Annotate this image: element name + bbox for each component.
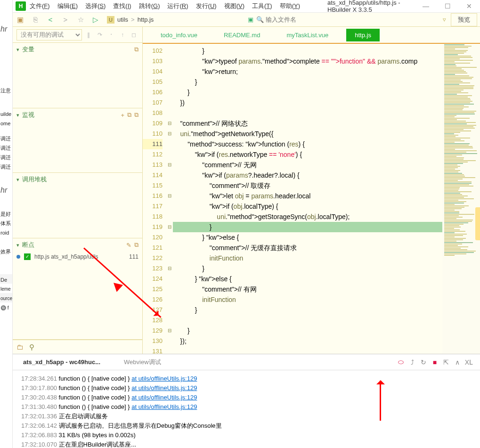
close-button[interactable]: ✕ [458,0,480,13]
console-collapse-icon[interactable]: ∧ [452,358,463,366]
breadcrumb-file[interactable]: http.js [135,16,157,23]
search-scope-icon[interactable]: ▣ [248,16,253,23]
tab-icon[interactable]: ⎘ [28,16,43,24]
copy-icon[interactable]: ⧉ [127,111,131,119]
breadcrumb-sep: > [131,16,135,23]
run-icon[interactable]: ▷ [88,16,103,24]
console-tab-webview[interactable]: Webview调试 [119,355,166,369]
chevron-down-icon: ▾ [16,112,19,118]
menu-run[interactable]: 运行(R) [163,2,192,10]
nav-back-icon[interactable]: < [43,16,58,24]
menu-edit[interactable]: 编辑(E) [54,2,81,10]
copy-icon[interactable]: ⧉ [134,241,138,249]
tab-readme[interactable]: README.md [215,29,268,41]
breadcrumb-root[interactable]: utils [114,16,131,23]
console-panel: ats_xd_h5app - wc49huc... Webview调试 ⬭ ⤴ … [13,354,480,448]
breakpoints-body: ✓ http.js ats_xd_h5app/utils 111 [13,252,142,294]
filter-icon[interactable]: ▿ [443,16,446,23]
variables-section: ▾ 变量 ⧉ [13,43,142,108]
chevron-down-icon: ▾ [16,242,19,248]
console-tabs: ats_xd_h5app - wc49huc... Webview调试 ⬭ ⤴ … [13,354,480,370]
minimize-button[interactable]: — [415,0,437,13]
chevron-down-icon: ▾ [16,47,19,53]
menu-publish[interactable]: 发行(U) [192,2,220,10]
breakpoints-section: ▾ 断点 ✎ ⧉ ✓ http.js ats_xd_h5app/utils 11… [13,238,142,340]
debug-config-bar: 没有可用的调试 ‖ ↷ ・ ↑ ◻ [13,27,142,43]
code-content[interactable]: } "kw">typeof params."method">complete =… [173,44,442,354]
breakpoint-checkbox[interactable]: ✓ [24,253,31,260]
copy-icon[interactable]: ⧉ [134,46,138,53]
title-bar: H 文件(F) 编辑(E) 选择(S) 查找(I) 跳转(G) 运行(R) 发行… [13,0,480,13]
app-logo: H [16,1,26,11]
monitor-section: ▾ 监视 + ⧉ ⧉ [13,108,142,173]
app-title: ats_xd_h5app/utils/http.js - HBuilder X … [327,0,415,13]
monitor-header[interactable]: ▾ 监视 + ⧉ ⧉ [13,108,142,122]
debug-stop-icon[interactable]: ◻ [129,32,138,38]
console-stop-icon[interactable]: ■ [429,358,440,366]
breakpoint-line: 111 [129,253,138,260]
debug-stepinto-icon[interactable]: ・ [106,31,116,39]
editor-tabs: todo_info.vue README.md myTaskList.vue h… [143,27,480,43]
add-icon[interactable]: + [121,112,124,119]
callstack-header[interactable]: ▾ 调用堆栈 [13,173,142,186]
tab-mytasklist[interactable]: myTaskList.vue [278,29,337,41]
menu-file[interactable]: 文件(F) [26,2,54,10]
debug-config-select[interactable]: 没有可用的调试 [16,29,82,41]
breadcrumb: U utils > http.js [107,16,156,24]
breakpoint-row[interactable]: ✓ http.js ats_xd_h5app/utils 111 [13,252,142,262]
debug-stepover-icon[interactable]: ↷ [95,32,105,38]
code-area[interactable]: 1021031041051061071081091101111121131141… [143,43,480,354]
console-pin-icon[interactable]: ⤴ [407,358,418,366]
right-edge-marker [475,207,480,240]
annotation-arrow-2 [380,381,381,421]
clear-icon[interactable]: ⧉ [134,111,138,119]
preview-button[interactable]: 预览 [451,13,477,26]
menu-select[interactable]: 选择(S) [81,2,109,10]
monitor-title: 监视 [22,111,118,119]
callstack-section: ▾ 调用堆栈 [13,173,142,238]
breakpoints-title: 断点 [22,241,123,249]
breakpoints-header[interactable]: ▾ 断点 ✎ ⧉ [13,238,142,252]
search-wrap: ▣ 🔍 [248,16,405,23]
left-cutoff: hr 注意 uilde ome 调迁 调迁 调迁 调迁 hr 是好 体系 roi… [0,0,13,448]
callstack-title: 调用堆栈 [22,175,138,184]
console-export-icon[interactable]: ⇱ [440,358,452,366]
back-panel-icon[interactable]: ▣ [13,16,28,24]
edit-icon[interactable]: ✎ [126,242,131,249]
console-restart-icon[interactable]: ↻ [418,358,429,366]
menu-help[interactable]: 帮助(Y) [276,2,304,10]
menu-find[interactable]: 查找(I) [109,2,135,10]
menu-goto[interactable]: 跳转(G) [135,2,164,10]
breadcrumb-root-icon: U [107,16,114,24]
monitor-body [13,122,142,172]
fold-gutter: ⊟⊟⊟⊟⊟⊟⊟ [166,44,173,354]
console-close-icon[interactable]: XԼ [463,358,474,366]
tab-todo-info[interactable]: todo_info.vue [152,29,206,41]
minimap[interactable] [442,44,480,354]
menu-view[interactable]: 视图(V) [220,2,248,10]
console-body[interactable]: 17:28:34.261 function () { [native code]… [13,370,480,448]
editor: todo_info.vue README.md myTaskList.vue h… [143,27,480,354]
variables-body [13,56,142,108]
tab-http[interactable]: http.js [346,29,380,41]
nav-forward-icon[interactable]: > [58,16,73,24]
folder-icon[interactable]: 🗀 [16,343,24,351]
debug-stepout-icon[interactable]: ↑ [118,32,127,38]
debug-panel: 没有可用的调试 ‖ ↷ ・ ↑ ◻ ▾ 变量 ⧉ ▾ 监视 + ⧉ ⧉ [13,27,143,354]
toolbar: ▣ ⎘ < > ☆ ▷ U utils > http.js ▣ 🔍 ▿ 预览 [13,13,480,27]
star-icon[interactable]: ☆ [73,16,88,24]
search-input[interactable] [264,16,405,23]
menu-tools[interactable]: 工具(T) [248,2,276,10]
debug-pause-icon[interactable]: ‖ [84,32,93,38]
bug-icon[interactable]: ⚲ [29,343,34,351]
debug-bug-icon[interactable]: ⬭ [395,358,407,366]
line-gutter: 1021031041051061071081091101111121131141… [143,44,166,354]
breakpoint-dot-icon [16,255,20,259]
variables-header[interactable]: ▾ 变量 ⧉ [13,43,142,56]
variables-title: 变量 [22,45,131,54]
maximize-button[interactable]: ☐ [437,0,458,13]
panel-footer: 🗀 ⚲ [13,340,142,354]
chevron-down-icon: ▾ [16,177,19,183]
search-icon: 🔍 [256,16,264,23]
console-tab-active[interactable]: ats_xd_h5app - wc49huc... [18,356,105,368]
